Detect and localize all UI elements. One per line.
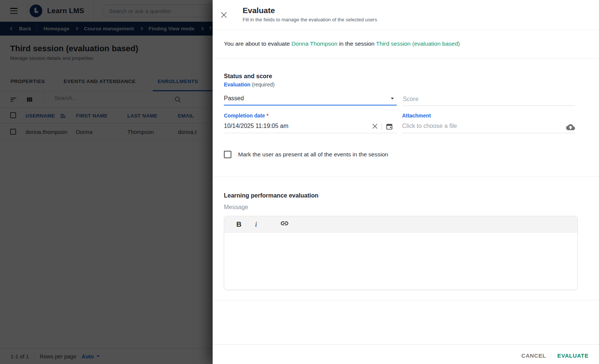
mark-present-row[interactable]: Mark the user as present at all of the e… [224,151,388,158]
bold-button[interactable]: B [234,220,244,229]
cloud-upload-icon [566,123,575,132]
section-status-and-score: Status and score [224,73,272,80]
completion-date-field[interactable]: 10/14/2025 11:19:05 am [224,120,397,133]
chevron-down-icon [391,98,394,100]
intro-middle: in the session [337,40,376,47]
evaluate-button[interactable]: EVALUATE [557,352,589,359]
divider [213,177,599,177]
field-divider [381,123,382,130]
divider [213,58,599,59]
italic-button[interactable]: i [251,220,261,229]
clear-icon [372,123,378,129]
calendar-button[interactable] [386,123,393,130]
section-performance: Learning performance evaluation [224,192,319,199]
attachment-label: Attachment [402,113,431,119]
upload-button[interactable] [566,123,575,132]
message-textarea[interactable] [224,233,577,290]
intro-prefix: You are about to evaluate [224,40,291,47]
score-input[interactable] [402,93,575,105]
score-field [402,93,575,106]
dialog-subtitle: Fill in the fields to manage the evaluat… [243,17,377,22]
dialog-footer: CANCEL EVALUATE [213,344,599,364]
required-asterisk: * [267,113,268,119]
divider [213,30,599,30]
attachment-field[interactable]: Click to choose a file [402,120,575,133]
editor-toolbar: B i [224,216,577,233]
clear-date-button[interactable] [372,123,378,129]
insert-link-button[interactable] [279,219,290,230]
evaluation-select[interactable]: Passed [224,93,397,105]
required-hint: (required) [252,82,275,88]
evaluation-label: Evaluation (required) [224,82,274,88]
screen: Learn LMS Back Homepage Course managemen… [0,0,599,364]
intro-user-name: Donna Thompson [291,40,337,47]
close-icon [220,11,228,19]
divider [213,300,599,300]
message-label: Message [224,204,248,211]
intro-session-name: Third session (evaluation based) [376,40,460,47]
mark-present-label: Mark the user as present at all of the e… [238,151,388,158]
mark-present-checkbox[interactable] [224,151,231,158]
cancel-button[interactable]: CANCEL [521,352,546,359]
link-icon [280,219,289,228]
completion-date-label: Completion date* [224,113,268,119]
completion-date-value: 10/14/2025 11:19:05 am [224,123,288,129]
dialog-title: Evaluate [243,6,275,15]
message-editor: B i [224,216,578,290]
evaluate-dialog: Evaluate Fill in the fields to manage th… [213,0,599,364]
evaluation-value: Passed [224,95,244,101]
evaluation-intro: You are about to evaluate Donna Thompson… [224,40,576,48]
attachment-placeholder: Click to choose a file [402,123,457,129]
close-button[interactable] [219,10,229,20]
calendar-icon [386,123,393,130]
